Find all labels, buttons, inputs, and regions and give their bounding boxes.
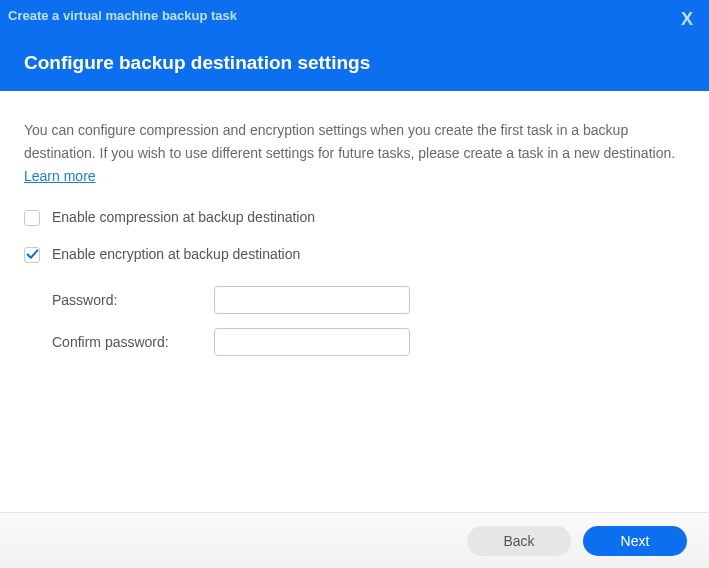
close-icon[interactable]: X [677, 8, 697, 30]
header-top-row: Create a virtual machine backup task X [0, 0, 709, 30]
content-area: You can configure compression and encryp… [0, 91, 709, 356]
page-title: Configure backup destination settings [0, 30, 709, 74]
compression-label[interactable]: Enable compression at backup destination [52, 206, 315, 229]
confirm-password-label: Confirm password: [52, 331, 214, 354]
encryption-fields: Password: Confirm password: [24, 286, 685, 356]
compression-option-row: Enable compression at backup destination [24, 206, 685, 229]
confirm-password-field[interactable] [214, 328, 410, 356]
description-text: You can configure compression and encryp… [24, 119, 685, 188]
encryption-label[interactable]: Enable encryption at backup destination [52, 243, 300, 266]
description-body: You can configure compression and encryp… [24, 122, 675, 161]
confirm-password-row: Confirm password: [52, 328, 685, 356]
encryption-checkbox[interactable] [24, 247, 40, 263]
compression-checkbox[interactable] [24, 210, 40, 226]
wizard-title: Create a virtual machine backup task [8, 8, 237, 23]
back-button[interactable]: Back [467, 526, 571, 556]
password-row: Password: [52, 286, 685, 314]
password-field[interactable] [214, 286, 410, 314]
wizard-footer: Back Next [0, 512, 709, 568]
wizard-header: Create a virtual machine backup task X C… [0, 0, 709, 91]
checkmark-icon [26, 248, 39, 261]
encryption-option-row: Enable encryption at backup destination [24, 243, 685, 266]
next-button[interactable]: Next [583, 526, 687, 556]
learn-more-link[interactable]: Learn more [24, 168, 96, 184]
password-label: Password: [52, 289, 214, 312]
